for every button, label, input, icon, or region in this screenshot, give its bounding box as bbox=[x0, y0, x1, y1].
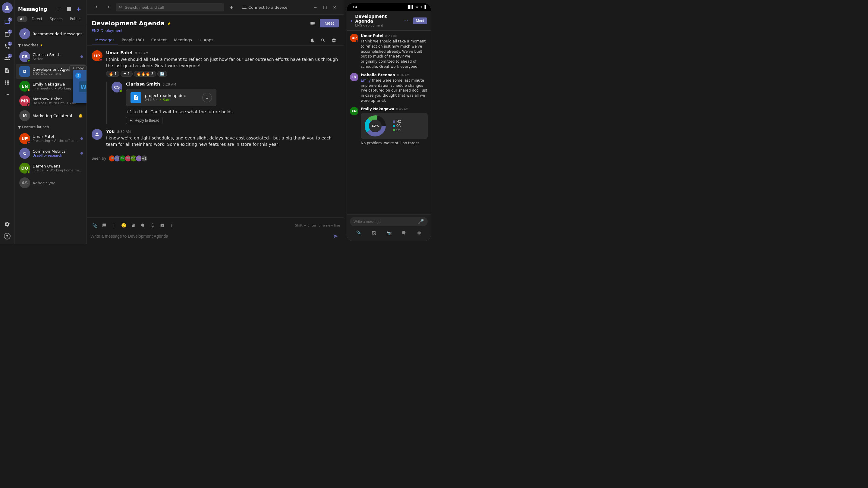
chat-item-marketing[interactable]: M Marketing Collateral 🔔 bbox=[16, 108, 85, 123]
sidebar-item-chat[interactable]: 5 bbox=[2, 17, 13, 28]
mobile-messages: UP Umar Patel 8:23 AM I think we should … bbox=[347, 31, 431, 214]
chat-item-umar[interactable]: UP Umar Patel Presenting • At the office… bbox=[16, 131, 85, 146]
reaction-refresh[interactable]: 🔄 bbox=[157, 71, 167, 77]
sidebar-item-more[interactable]: ··· bbox=[2, 89, 13, 100]
tab-all[interactable]: All bbox=[17, 16, 27, 22]
tab-public[interactable]: Public bbox=[67, 16, 84, 22]
message-input[interactable] bbox=[90, 234, 329, 238]
recommended-label: Recommended Messages bbox=[33, 32, 83, 36]
tab-meetings[interactable]: Meetings bbox=[170, 35, 195, 45]
mobile-sticker-button[interactable] bbox=[400, 229, 408, 237]
minimize-button[interactable]: ─ bbox=[311, 3, 319, 11]
chevron-down-icon: ▼ bbox=[18, 43, 21, 47]
sidebar-title: Messaging bbox=[18, 6, 47, 12]
sidebar-item-files[interactable] bbox=[2, 65, 13, 76]
favorites-section[interactable]: ▼ Favorites ★ bbox=[14, 41, 87, 49]
you-msg-time: 8:30 AM bbox=[117, 130, 130, 134]
mobile-mention-button[interactable]: @ bbox=[415, 229, 423, 237]
chat-subtitle[interactable]: ENG Deployment bbox=[87, 28, 344, 35]
messaging-sidebar: Messaging + All Direct Spaces Public ⚡ bbox=[14, 0, 87, 244]
umar-name: Umar Patel bbox=[33, 134, 78, 139]
mobile-back-button[interactable]: ‹ bbox=[350, 18, 352, 24]
mobile-time: 9:41 bbox=[352, 5, 359, 9]
mobile-umar-avatar: UP bbox=[350, 34, 358, 42]
chat-bubble-button[interactable] bbox=[100, 221, 108, 230]
search-messages-icon[interactable] bbox=[318, 36, 328, 45]
marketing-name: Marketing Collateral bbox=[33, 113, 76, 118]
image-button[interactable] bbox=[158, 221, 166, 230]
send-button[interactable] bbox=[332, 232, 340, 240]
user-avatar[interactable] bbox=[2, 2, 13, 13]
attach-button[interactable]: 📎 bbox=[90, 221, 99, 230]
clarissa-msg-status bbox=[119, 90, 122, 93]
tab-messages[interactable]: Messages bbox=[92, 35, 118, 45]
chart-legend: MZ OR Q8 bbox=[393, 116, 401, 136]
help-button[interactable]: ? bbox=[2, 231, 13, 241]
sticker-button[interactable] bbox=[138, 221, 147, 230]
emoji-button[interactable]: 🙂 bbox=[119, 221, 128, 230]
add-button[interactable]: + bbox=[74, 5, 83, 13]
search-input[interactable] bbox=[125, 5, 221, 10]
mention-button[interactable]: @ bbox=[148, 221, 157, 230]
tab-content[interactable]: Content bbox=[148, 35, 170, 45]
video-call-button[interactable] bbox=[308, 19, 317, 28]
compose-button[interactable] bbox=[65, 5, 73, 13]
common-metrics-status: Usability research bbox=[33, 154, 78, 158]
download-button[interactable]: ↓ bbox=[202, 93, 212, 102]
chat-item-adhoc[interactable]: AS Adhoc Sync bbox=[16, 175, 85, 190]
mobile-camera-button[interactable]: 📷 bbox=[384, 229, 393, 237]
star-icon[interactable]: ★ bbox=[167, 21, 171, 26]
mobile-options-button[interactable]: ⋯ bbox=[401, 16, 410, 26]
close-button[interactable]: ✕ bbox=[330, 3, 339, 11]
connect-device-button[interactable]: Connect to a device bbox=[239, 3, 291, 11]
mobile-meet-button[interactable]: Meet bbox=[413, 18, 427, 24]
mobile-message-input[interactable] bbox=[353, 220, 415, 224]
gif-button[interactable] bbox=[129, 221, 137, 230]
clarissa-msg-text: +1 to that. Can't wait to see what the f… bbox=[126, 109, 339, 115]
sidebar-item-calls[interactable]: 1 bbox=[2, 41, 13, 52]
chat-item-development-agenda[interactable]: D Development Agenda ENG Deployment + co… bbox=[16, 64, 85, 78]
marketing-avatar: M bbox=[19, 110, 30, 121]
filter-button[interactable] bbox=[55, 5, 64, 13]
chat-item-darren[interactable]: DO Darren Owens In a call • Working home… bbox=[16, 161, 85, 175]
more-button[interactable] bbox=[167, 221, 176, 230]
sidebar-item-apps[interactable] bbox=[2, 77, 13, 88]
tab-direct[interactable]: Direct bbox=[29, 16, 45, 22]
search-bar[interactable] bbox=[116, 3, 224, 11]
reaction-fire[interactable]: 🔥 1 bbox=[106, 71, 119, 77]
settings-button[interactable] bbox=[2, 219, 13, 230]
mobile-umar-status bbox=[356, 40, 358, 42]
tab-people[interactable]: People (30) bbox=[118, 35, 148, 45]
chat-item-clarissa[interactable]: CS Clarissa Smith Active bbox=[16, 50, 85, 64]
matthew-status: Do Not Disturb until 16:00 bbox=[33, 101, 78, 105]
tab-apps[interactable]: + Apps bbox=[195, 35, 217, 45]
reply-thread-button[interactable]: Reply to thread bbox=[126, 117, 162, 124]
tab-spaces[interactable]: Spaces bbox=[47, 16, 66, 22]
back-button[interactable] bbox=[92, 2, 101, 12]
chat-item-common-metrics[interactable]: C Common Metrics Usability research bbox=[16, 146, 85, 161]
mobile-emily-name: Emily Nakagawa bbox=[361, 107, 394, 111]
format-text-button[interactable]: T bbox=[110, 221, 118, 230]
chat-badge: 5 bbox=[8, 18, 12, 22]
meet-button[interactable]: Meet bbox=[320, 19, 339, 27]
reaction-fire3[interactable]: 🔥🔥🔥 3 bbox=[134, 71, 156, 77]
mobile-attach-button[interactable]: 📎 bbox=[354, 229, 363, 237]
clarissa-status: Active bbox=[33, 57, 78, 61]
calls-badge: 1 bbox=[8, 41, 12, 46]
settings-icon[interactable] bbox=[329, 36, 339, 45]
mobile-voice-button[interactable]: 🎤 bbox=[418, 219, 424, 224]
notifications-icon[interactable] bbox=[307, 36, 317, 45]
maximize-button[interactable]: □ bbox=[321, 3, 329, 11]
icon-bar: 5 1 1 1 ··· bbox=[0, 0, 14, 244]
sidebar-item-calendar[interactable]: 1 bbox=[2, 29, 13, 40]
add-tab-button[interactable]: + bbox=[227, 2, 236, 12]
clarissa-avatar: CS bbox=[19, 51, 30, 62]
mobile-image-button[interactable]: 🖼 bbox=[370, 229, 378, 237]
reaction-heart[interactable]: ❤️ 1 bbox=[121, 71, 133, 77]
feature-launch-label: Feature launch bbox=[22, 125, 49, 129]
recommended-messages-item[interactable]: ⚡ Recommended Messages bbox=[16, 27, 85, 41]
forward-button[interactable] bbox=[104, 2, 113, 12]
feature-launch-section[interactable]: ▼ Feature launch bbox=[14, 123, 87, 131]
darren-status: In a call • Working home from 🏠 bbox=[33, 168, 83, 172]
sidebar-item-people[interactable]: 1 bbox=[2, 53, 13, 64]
